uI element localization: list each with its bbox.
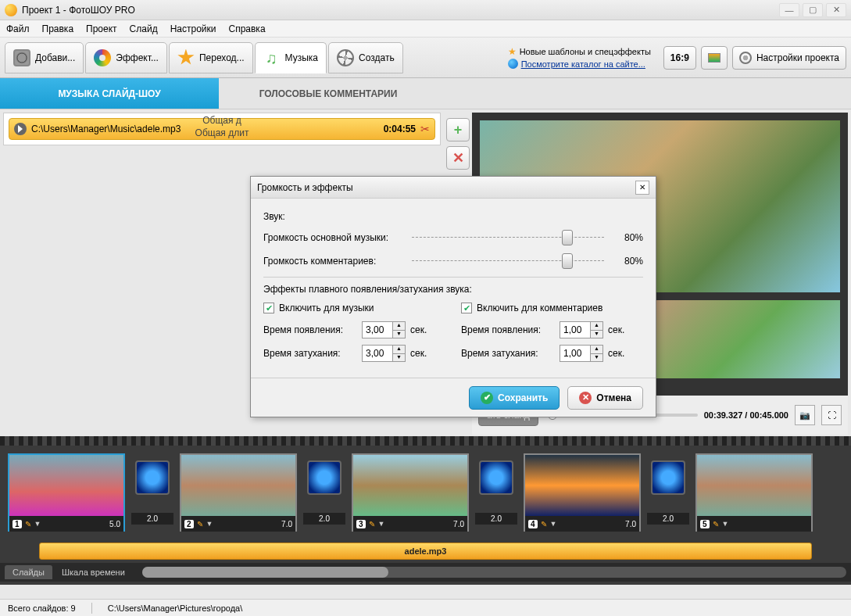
- film-strip-top: [0, 436, 851, 446]
- volume-music-thumb[interactable]: [562, 230, 573, 245]
- tab-create[interactable]: Создать: [328, 42, 403, 73]
- minimize-button[interactable]: —: [779, 3, 799, 17]
- slide-thumb-2[interactable]: 2✎▼7.0: [180, 453, 297, 532]
- sec-unit: сек.: [410, 324, 427, 335]
- timeline-tab-slides[interactable]: Слайды: [5, 565, 52, 579]
- menu-project[interactable]: Проект: [86, 23, 117, 34]
- camera-icon: [13, 49, 30, 66]
- cancel-button[interactable]: ✕Отмена: [567, 386, 643, 410]
- fullscreen-button[interactable]: ⛶: [821, 405, 842, 425]
- transition-duration: 2.0: [131, 513, 173, 525]
- dropdown-icon[interactable]: ▼: [378, 520, 385, 528]
- dropdown-icon[interactable]: ▼: [206, 520, 213, 528]
- plus-icon: +: [454, 122, 463, 138]
- volume-music-slider[interactable]: [412, 230, 604, 245]
- volume-comment-slider[interactable]: [412, 253, 604, 269]
- remove-track-button[interactable]: ✕: [446, 146, 470, 170]
- edit-icon[interactable]: ✎: [713, 520, 719, 528]
- spin-up[interactable]: ▲: [392, 322, 405, 331]
- save-button[interactable]: ✔Сохранить: [469, 386, 560, 410]
- transition-preview: [307, 460, 341, 495]
- checkbox-enable-comments[interactable]: ✔: [461, 303, 472, 313]
- edit-icon[interactable]: ✎: [25, 520, 31, 528]
- spin-down[interactable]: ▼: [590, 354, 602, 362]
- tab-effects[interactable]: Эффект...: [85, 42, 167, 73]
- snapshot-button[interactable]: 📷: [795, 405, 815, 425]
- promo-text-1: Новые шаблоны и спецэффекты: [520, 47, 651, 56]
- sec-unit: сек.: [410, 348, 427, 359]
- tab-music[interactable]: ♫Музыка: [255, 42, 327, 73]
- dialog-titlebar: Громкость и эффекты ✕: [251, 177, 656, 199]
- menu-edit[interactable]: Правка: [42, 23, 74, 34]
- sound-section-label: Звук:: [263, 211, 643, 222]
- gear-icon: [739, 52, 752, 64]
- sec-unit: сек.: [608, 324, 624, 335]
- timeline-audio-track[interactable]: adele.mp3: [39, 543, 812, 560]
- aspect-label: 16:9: [670, 52, 689, 63]
- slide-image: [181, 455, 295, 516]
- menu-slide[interactable]: Слайд: [130, 23, 158, 34]
- edit-icon[interactable]: ✎: [369, 520, 375, 528]
- transition-4[interactable]: 2.0: [647, 460, 689, 525]
- dropdown-icon[interactable]: ▼: [34, 520, 41, 528]
- music-info-2: Общая длит: [195, 127, 249, 138]
- spin-down[interactable]: ▼: [590, 331, 602, 338]
- edit-icon[interactable]: ✎: [197, 520, 203, 528]
- menu-file[interactable]: Файл: [6, 23, 30, 34]
- subtab-slideshow-music[interactable]: МУЗЫКА СЛАЙД-ШОУ: [0, 78, 219, 109]
- checkbox-enable-music[interactable]: ✔: [263, 303, 274, 313]
- camera-small-icon: 📷: [799, 410, 810, 421]
- volume-comment-thumb[interactable]: [562, 253, 573, 269]
- close-button[interactable]: ✕: [826, 3, 846, 17]
- transition-1[interactable]: 2.0: [131, 460, 173, 525]
- slide-number: 3: [356, 520, 366, 528]
- tab-add[interactable]: Добави...: [5, 42, 84, 73]
- scrollbar-thumb[interactable]: [142, 567, 388, 578]
- slide-duration: 5.0: [109, 520, 120, 528]
- project-settings-button[interactable]: Настройки проекта: [732, 46, 846, 70]
- menu-settings[interactable]: Настройки: [170, 23, 216, 34]
- comment-fadeout-value: 1,00: [563, 348, 581, 359]
- menu-help[interactable]: Справка: [228, 23, 265, 34]
- transition-3[interactable]: 2.0: [475, 460, 517, 525]
- timeline-scrollbar[interactable]: [142, 567, 846, 578]
- cancel-icon: ✕: [579, 392, 592, 404]
- subtab-voice-comments[interactable]: ГОЛОСОВЫЕ КОММЕНТАРИИ: [219, 78, 438, 109]
- music-fadein-input[interactable]: 3,00▲▼: [362, 321, 406, 338]
- tab-create-label: Создать: [359, 52, 395, 63]
- timeline-tab-scale[interactable]: Шкала времени: [54, 565, 133, 579]
- spin-up[interactable]: ▲: [590, 322, 602, 331]
- volume-music-label: Громкость основной музыки:: [263, 232, 404, 243]
- slide-duration: 7.0: [281, 520, 292, 528]
- aspect-ratio-button[interactable]: 16:9: [663, 46, 696, 70]
- tab-add-label: Добави...: [35, 52, 75, 63]
- tab-transitions[interactable]: Переход...: [169, 42, 253, 73]
- spin-up[interactable]: ▲: [392, 346, 405, 354]
- slide-thumb-3[interactable]: 3✎▼7.0: [352, 453, 469, 532]
- spin-up[interactable]: ▲: [590, 346, 602, 354]
- dropdown-icon[interactable]: ▼: [550, 520, 557, 528]
- slide-thumb-5[interactable]: 5✎▼: [695, 453, 813, 532]
- slide-duration: 7.0: [625, 520, 636, 528]
- music-subtabs: МУЗЫКА СЛАЙД-ШОУ ГОЛОСОВЫЕ КОММЕНТАРИИ: [0, 78, 851, 109]
- transition-2[interactable]: 2.0: [303, 460, 345, 525]
- promo-link[interactable]: Посмотрите каталог на сайте...: [521, 59, 645, 69]
- volume-effects-dialog: Громкость и эффекты ✕ Звук: Громкость ос…: [250, 176, 656, 417]
- dialog-close-button[interactable]: ✕: [635, 181, 649, 195]
- music-info-1: Общая д: [202, 115, 241, 126]
- music-fadein-label: Время появления:: [263, 324, 357, 335]
- slide-thumb-1[interactable]: 1✎▼5.0: [8, 453, 125, 532]
- add-track-button[interactable]: +: [446, 118, 470, 141]
- dropdown-icon[interactable]: ▼: [722, 520, 729, 528]
- preview-mode-button[interactable]: [701, 46, 728, 70]
- spin-down[interactable]: ▼: [392, 331, 405, 338]
- comment-fadein-input[interactable]: 1,00▲▼: [560, 321, 603, 338]
- maximize-button[interactable]: ▢: [803, 3, 823, 17]
- comment-fadeout-input[interactable]: 1,00▲▼: [560, 345, 603, 362]
- x-icon: ✕: [452, 149, 464, 167]
- edit-icon[interactable]: ✎: [541, 520, 547, 528]
- slide-thumb-4[interactable]: 4✎▼7.0: [524, 453, 641, 532]
- comment-fadein-value: 1,00: [563, 324, 581, 335]
- music-fadeout-input[interactable]: 3,00▲▼: [362, 345, 406, 362]
- spin-down[interactable]: ▼: [392, 354, 405, 362]
